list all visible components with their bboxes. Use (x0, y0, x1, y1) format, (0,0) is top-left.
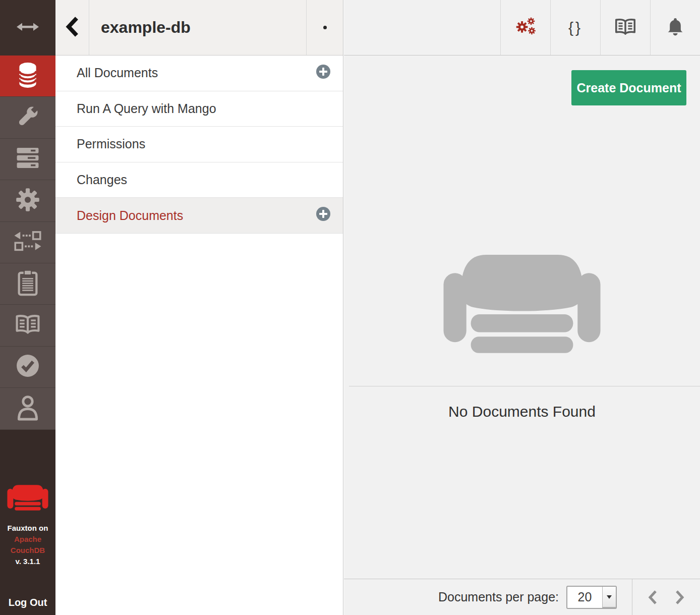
pager-controls (632, 579, 700, 615)
menu-item-permissions[interactable]: Permissions (55, 127, 343, 162)
sidebar-item-database[interactable] (0, 55, 55, 97)
menu-item-label: Permissions (77, 137, 331, 151)
notifications-button[interactable] (650, 0, 700, 55)
app-sidebar: Fauxton on Apache CouchDB v. 3.1.1 Log O… (0, 0, 55, 615)
sidebar-item-replication[interactable] (0, 222, 55, 263)
main-content: {} (344, 0, 700, 615)
documents-empty-state: Create Document No Documents Found (344, 56, 700, 579)
documentation-button[interactable] (600, 0, 650, 55)
previous-page-button[interactable] (645, 587, 660, 607)
create-document-button[interactable]: Create Document (571, 70, 686, 105)
menu-item-label: Design Documents (77, 208, 316, 223)
sidebar-expand-button[interactable] (0, 0, 55, 55)
sidebar-item-servers[interactable] (0, 139, 55, 180)
menu-item-all-documents[interactable]: All Documents (55, 55, 343, 91)
toolbar-spacer (344, 0, 500, 55)
kebab-menu-icon (323, 26, 327, 29)
database-menu: All Documents Run A Query with Mango Per… (55, 55, 343, 234)
replication-icon (14, 231, 42, 254)
settings-gears-icon (514, 16, 537, 39)
settings-gears-button[interactable] (500, 0, 550, 55)
menu-item-changes[interactable]: Changes (55, 162, 343, 198)
add-plus-icon[interactable] (316, 64, 331, 82)
user-icon (17, 395, 39, 423)
content-divider (349, 386, 700, 386)
menu-item-label: Run A Query with Mango (77, 101, 331, 116)
main-toolbar: {} (344, 0, 700, 55)
sidebar-item-check[interactable] (0, 347, 55, 388)
book-icon (14, 313, 41, 338)
database-options-button[interactable] (306, 0, 343, 55)
sidebar-item-clipboard[interactable] (0, 263, 55, 305)
logout-button[interactable]: Log Out (9, 597, 47, 608)
add-plus-icon[interactable] (316, 206, 331, 225)
menu-item-mango-query[interactable]: Run A Query with Mango (55, 91, 343, 127)
database-panel-header: example-db (55, 0, 343, 55)
empty-couch-illustration (443, 244, 602, 356)
json-braces-icon: {} (568, 19, 582, 36)
per-page-label: Documents per page: (438, 590, 559, 604)
menu-item-design-documents[interactable]: Design Documents (55, 198, 343, 234)
check-circle-icon (15, 353, 41, 381)
brand-line: Apache (8, 534, 48, 545)
database-title: example-db (89, 0, 306, 55)
docs-book-icon (614, 17, 637, 38)
caret-down-icon (607, 595, 612, 599)
per-page-value: 20 (567, 587, 602, 608)
per-page-select[interactable]: 20 (566, 586, 617, 609)
sidebar-item-gear[interactable] (0, 180, 55, 221)
gear-icon (15, 187, 40, 214)
json-api-button[interactable]: {} (550, 0, 600, 55)
pagination-footer: Documents per page: 20 (344, 579, 700, 615)
sidebar-item-wrench[interactable] (0, 97, 55, 138)
next-page-button[interactable] (672, 587, 687, 607)
brand-line: Fauxton on (8, 523, 48, 534)
back-button[interactable] (55, 0, 89, 55)
server-stack-icon (15, 146, 40, 172)
app-version-info: Fauxton on Apache CouchDB v. 3.1.1 (8, 523, 48, 567)
sidebar-item-book[interactable] (0, 305, 55, 346)
sidebar-item-user[interactable] (0, 388, 55, 429)
menu-item-label: Changes (77, 173, 331, 187)
menu-item-label: All Documents (77, 66, 316, 80)
clipboard-icon (17, 270, 39, 298)
database-panel: example-db All Documents Run A Query wit… (55, 0, 343, 615)
expand-arrows-icon (17, 22, 39, 34)
database-icon (17, 62, 38, 91)
sidebar-footer: Fauxton on Apache CouchDB v. 3.1.1 Log O… (0, 430, 55, 615)
version-label: v. 3.1.1 (8, 556, 48, 567)
chevron-left-icon (66, 17, 79, 39)
notifications-bell-icon (666, 17, 685, 39)
no-documents-message: No Documents Found (344, 403, 700, 420)
couchdb-couch-icon (7, 482, 49, 516)
brand-line: CouchDB (8, 545, 48, 556)
select-arrow-button[interactable] (602, 587, 616, 608)
wrench-icon (15, 104, 40, 131)
